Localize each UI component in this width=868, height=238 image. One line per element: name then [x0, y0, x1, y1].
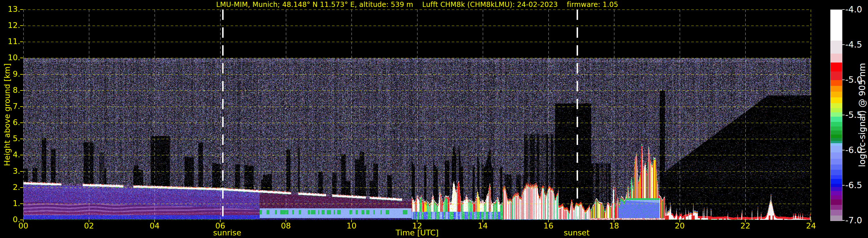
colorbar [830, 9, 842, 221]
y-tick-mark [20, 187, 23, 188]
ceilometer-quicklook-page: LMU-MIM, Munich; 48.148° N 11.573° E, al… [0, 0, 868, 238]
x-tick-mark [417, 220, 417, 222]
y-tick-mark [20, 155, 23, 155]
colorbar-segment [831, 86, 842, 92]
x-tick-label: 14 [478, 221, 488, 230]
x-tick-label: 08 [281, 221, 291, 230]
x-tick-mark [154, 220, 155, 222]
colorbar-segment [831, 117, 842, 122]
y-tick-mark [20, 25, 23, 26]
colorbar-segment [831, 112, 842, 117]
x-tick-mark [89, 220, 89, 222]
y-tick-label: 13. [2, 5, 20, 13]
colorbar-segment [831, 122, 842, 126]
colorbar-segment [831, 215, 842, 221]
x-tick-mark [548, 220, 549, 222]
y-tick-mark [20, 219, 23, 220]
colorbar-segment [831, 170, 842, 175]
y-tick-label: 7. [2, 102, 20, 111]
colorbar-segment [831, 184, 842, 187]
y-tick-mark [20, 122, 23, 123]
colorbar-segment [831, 141, 842, 143]
y-tick-label: 5. [2, 134, 20, 143]
x-tick-mark [351, 220, 352, 222]
y-tick-label: 2. [2, 183, 20, 191]
colorbar-segment [831, 108, 842, 112]
colorbar-segment [831, 143, 842, 146]
y-tick-label: 1. [2, 199, 20, 208]
colorbar-segment [831, 97, 842, 103]
x-tick-label: 12 [412, 221, 422, 230]
y-tick-label: 3. [2, 166, 20, 175]
y-tick-mark [20, 106, 23, 107]
y-tick-label: 12. [2, 21, 20, 30]
x-tick-label: 18 [609, 221, 619, 230]
colorbar-segment [831, 54, 842, 62]
x-tick-label: 02 [84, 221, 94, 230]
x-tick-mark [220, 220, 220, 222]
colorbar-tick-mark [842, 44, 845, 45]
colorbar-segment [831, 191, 842, 196]
y-tick-mark [20, 41, 23, 42]
colorbar-segment [831, 196, 842, 199]
colorbar-tick-label: -7.0 [845, 215, 862, 225]
colorbar-segment [831, 138, 842, 141]
x-tick-label: 06 [215, 221, 225, 230]
colorbar-tick-mark [842, 80, 845, 80]
colorbar-segment [831, 135, 842, 138]
x-tick-label: 16 [544, 221, 553, 230]
colorbar-segment [831, 205, 842, 210]
y-tick-label: 4. [2, 150, 20, 159]
y-tick-label: 6. [2, 118, 20, 127]
colorbar-segment [831, 41, 842, 54]
y-tick-label: 11. [2, 37, 20, 46]
y-tick-mark [20, 58, 23, 58]
x-tick-mark [23, 220, 24, 222]
sunset-label: sunset [564, 228, 590, 237]
y-tick-label: 9. [2, 69, 20, 78]
colorbar-segment [831, 146, 842, 152]
y-tick-label: 0. [2, 215, 20, 224]
y-tick-mark [20, 9, 23, 10]
colorbar-segment [831, 210, 842, 215]
x-tick-mark [679, 220, 680, 222]
y-tick-mark [20, 90, 23, 91]
colorbar-tick-label: -4.5 [845, 39, 862, 50]
y-tick-mark [20, 203, 23, 204]
x-tick-label: 10 [347, 221, 356, 230]
colorbar-segment [831, 179, 842, 184]
colorbar-tick-label: -6.5 [845, 180, 862, 190]
colorbar-segment [831, 159, 842, 165]
y-tick-mark [20, 171, 23, 172]
colorbar-tick-mark [842, 115, 845, 115]
y-tick-label: 8. [2, 86, 20, 94]
x-tick-label: 20 [675, 221, 685, 230]
colorbar-tick-mark [842, 9, 845, 10]
y-tick-mark [20, 74, 23, 75]
backscatter-heatmap-canvas [23, 9, 811, 220]
x-tick-mark [614, 220, 614, 222]
colorbar-segment [831, 152, 842, 159]
x-tick-label: 24 [806, 221, 816, 230]
colorbar-tick-label: -6.0 [845, 145, 862, 155]
x-tick-mark [483, 220, 483, 222]
colorbar-segment [831, 175, 842, 179]
colorbar-segment [831, 80, 842, 86]
colorbar-tick-mark [842, 150, 845, 150]
x-tick-mark [745, 220, 746, 222]
colorbar-segment [831, 92, 842, 97]
x-tick-mark [286, 220, 286, 222]
x-tick-mark [811, 220, 811, 222]
colorbar-tick-mark [842, 185, 845, 185]
colorbar-segment [831, 130, 842, 135]
colorbar-segment [831, 71, 842, 80]
colorbar-segment [831, 165, 842, 170]
colorbar-tick-label: -4.0 [845, 4, 862, 14]
x-tick-label: 04 [150, 221, 159, 230]
colorbar-segment [831, 62, 842, 71]
colorbar-segment [831, 10, 842, 41]
colorbar-segment [831, 103, 842, 108]
x-tick-label: 22 [741, 221, 750, 230]
y-tick-mark [20, 139, 23, 139]
colorbar-segment [831, 199, 842, 205]
